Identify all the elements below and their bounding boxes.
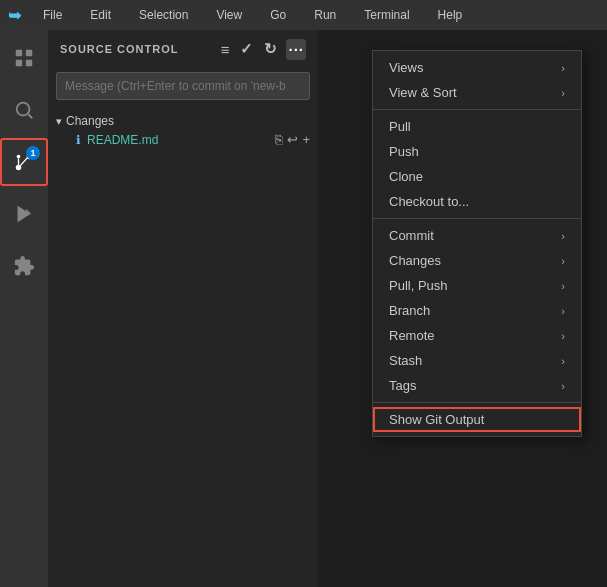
activity-search[interactable] — [0, 86, 48, 134]
menu-edit[interactable]: Edit — [84, 6, 117, 24]
commit-message-input[interactable] — [56, 72, 310, 100]
changes-label: Changes — [66, 114, 114, 128]
file-item-readme[interactable]: ℹ README.md ⎘ ↩ + — [48, 130, 318, 149]
activity-source-control[interactable]: 1 — [0, 138, 48, 186]
source-control-panel: SOURCE CONTROL ≡ ✓ ↻ ··· ▾ Changes ℹ REA… — [48, 30, 318, 587]
menu-selection[interactable]: Selection — [133, 6, 194, 24]
stage-icon[interactable]: + — [302, 132, 310, 147]
arrow-icon: › — [561, 380, 565, 392]
arrow-icon: › — [561, 330, 565, 342]
menu-item-clone[interactable]: Clone — [373, 164, 581, 189]
svg-rect-3 — [26, 60, 32, 66]
file-info-icon: ℹ — [76, 133, 81, 147]
file-actions: ⎘ ↩ + — [275, 132, 310, 147]
svg-rect-1 — [26, 50, 32, 56]
vscode-logo-icon: ➥ — [8, 6, 21, 25]
svg-point-4 — [17, 103, 30, 116]
changes-header[interactable]: ▾ Changes — [48, 112, 318, 130]
source-control-title: SOURCE CONTROL — [60, 43, 179, 55]
menu-bar: ➥ File Edit Selection View Go Run Termin… — [0, 0, 607, 30]
source-control-header: SOURCE CONTROL ≡ ✓ ↻ ··· — [48, 30, 318, 68]
refresh-button[interactable]: ↻ — [262, 38, 280, 60]
arrow-icon: › — [561, 62, 565, 74]
menu-item-remote[interactable]: Remote › — [373, 323, 581, 348]
menu-section-views: Views › View & Sort › — [373, 51, 581, 110]
source-control-badge: 1 — [26, 146, 40, 160]
menu-go[interactable]: Go — [264, 6, 292, 24]
menu-item-pull-push[interactable]: Pull, Push › — [373, 273, 581, 298]
menu-item-checkout[interactable]: Checkout to... — [373, 189, 581, 214]
menu-item-push[interactable]: Push — [373, 139, 581, 164]
open-file-icon[interactable]: ⎘ — [275, 132, 283, 147]
activity-explorer[interactable] — [0, 34, 48, 82]
menu-item-pull[interactable]: Pull — [373, 114, 581, 139]
menu-terminal[interactable]: Terminal — [358, 6, 415, 24]
menu-section-git-actions: Pull Push Clone Checkout to... — [373, 110, 581, 219]
svg-rect-0 — [16, 50, 22, 56]
arrow-icon: › — [561, 280, 565, 292]
svg-point-8 — [17, 155, 21, 159]
more-actions-button[interactable]: ··· — [286, 39, 306, 60]
menu-item-stash[interactable]: Stash › — [373, 348, 581, 373]
menu-help[interactable]: Help — [432, 6, 469, 24]
svg-marker-9 — [18, 206, 31, 223]
changes-section: ▾ Changes ℹ README.md ⎘ ↩ + — [48, 112, 318, 149]
arrow-icon: › — [561, 87, 565, 99]
context-menu: Views › View & Sort › Pull Push Clone — [372, 50, 582, 437]
activity-run[interactable] — [0, 190, 48, 238]
activity-bar: 1 — [0, 30, 48, 587]
menu-run[interactable]: Run — [308, 6, 342, 24]
menu-section-output: Show Git Output — [373, 403, 581, 436]
svg-rect-2 — [16, 60, 22, 66]
arrow-icon: › — [561, 255, 565, 267]
arrow-icon: › — [561, 305, 565, 317]
file-name: README.md — [87, 133, 158, 147]
svg-line-5 — [28, 114, 32, 118]
arrow-icon: › — [561, 230, 565, 242]
menu-item-tags[interactable]: Tags › — [373, 373, 581, 398]
menu-item-view-sort[interactable]: View & Sort › — [373, 80, 581, 105]
menu-item-views[interactable]: Views › — [373, 55, 581, 80]
menu-item-changes[interactable]: Changes › — [373, 248, 581, 273]
activity-extensions[interactable] — [0, 242, 48, 290]
menu-item-branch[interactable]: Branch › — [373, 298, 581, 323]
menu-item-commit[interactable]: Commit › — [373, 223, 581, 248]
menu-view[interactable]: View — [210, 6, 248, 24]
arrow-icon: › — [561, 355, 565, 367]
commit-check-button[interactable]: ✓ — [238, 38, 256, 60]
menu-section-advanced: Commit › Changes › Pull, Push › Branch ›… — [373, 219, 581, 403]
menu-file[interactable]: File — [37, 6, 68, 24]
tree-view-button[interactable]: ≡ — [219, 39, 233, 60]
menu-item-show-git-output[interactable]: Show Git Output — [373, 407, 581, 432]
chevron-down-icon: ▾ — [56, 115, 62, 128]
discard-icon[interactable]: ↩ — [287, 132, 298, 147]
header-actions: ≡ ✓ ↻ ··· — [219, 38, 306, 60]
main-layout: 1 SOURCE CONTROL ≡ ✓ ↻ ··· ▾ Changes — [0, 30, 607, 587]
